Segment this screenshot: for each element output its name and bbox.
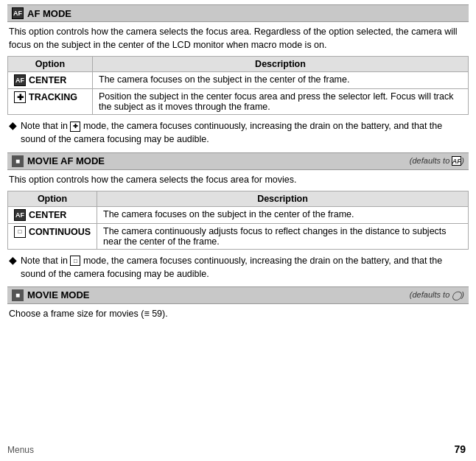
af-mode-title: AF MODE (27, 8, 71, 19)
movie-mode-description: Choose a frame size for movies (≡ 59). (7, 307, 469, 320)
movie-mode-defaults: (defaults to ◯) (410, 290, 464, 300)
af-note-inline-icon: ✚ (70, 122, 80, 132)
af-mode-header: AF AF MODE (7, 4, 469, 22)
af-mode-icon: AF (12, 7, 24, 19)
af-tracking-icon: ✚ (14, 91, 26, 103)
af-table-col2: Description (93, 57, 469, 72)
movie-af-col2: Description (97, 191, 469, 206)
movie-af-note: ◆ Note that in □ mode, the camera focuse… (7, 254, 469, 281)
movie-af-description: This option controls how the camera sele… (7, 173, 469, 186)
footer-label: Menus (7, 445, 34, 455)
note-diamond-icon: ◆ (9, 119, 17, 132)
movie-mode-icon: ■ (12, 289, 24, 301)
af-mode-note: ◆ Note that in ✚ mode, the camera focuse… (7, 119, 469, 146)
af-center-icon: AF (14, 74, 26, 86)
movie-af-col1: Option (8, 191, 97, 206)
af-table-col1: Option (8, 57, 93, 72)
page-content: AF AF MODE This option controls how the … (0, 0, 476, 347)
af-tracking-label: TRACKING (29, 92, 77, 102)
af-center-label: CENTER (29, 75, 66, 85)
movie-continuous-option: □ CONTINUOUS (8, 223, 97, 249)
movie-af-mode-title: MOVIE AF MODE (27, 155, 105, 166)
af-mode-description: This option controls how the camera sele… (7, 25, 469, 52)
movie-continuous-label: CONTINUOUS (29, 227, 91, 237)
movie-af-note-text: Note that in □ mode, the camera focuses … (21, 254, 467, 281)
movie-af-mode-icon: ■ (12, 155, 24, 167)
movie-af-default-icon: AF (452, 156, 461, 166)
note-diamond2-icon: ◆ (9, 254, 17, 267)
af-tracking-desc: Position the subject in the center focus… (93, 89, 469, 115)
af-mode-header-left: AF AF MODE (12, 7, 71, 19)
movie-center-desc: The camera focuses on the subject in the… (97, 206, 469, 223)
movie-mode-default-icon: ◯ (452, 290, 461, 300)
af-mode-section: AF AF MODE This option controls how the … (7, 4, 469, 147)
movie-af-defaults: (defaults to AF) (410, 156, 464, 166)
af-mode-table: Option Description AF CENTER The camera … (7, 56, 469, 115)
movie-mode-header: ■ MOVIE MODE (defaults to ◯) (7, 286, 469, 304)
movie-mode-header-left: ■ MOVIE MODE (12, 289, 90, 301)
footer-page: 79 (454, 443, 466, 455)
movie-center-icon: AF (14, 209, 26, 221)
af-note-text: Note that in ✚ mode, the camera focuses … (21, 119, 467, 146)
movie-continuous-icon: □ (14, 226, 26, 238)
table-row: AF CENTER The camera focuses on the subj… (8, 72, 469, 89)
movie-af-mode-section: ■ MOVIE AF MODE (defaults to AF) This op… (7, 152, 469, 281)
movie-af-mode-header: ■ MOVIE AF MODE (defaults to AF) (7, 152, 469, 170)
movie-af-header-left: ■ MOVIE AF MODE (12, 155, 105, 167)
movie-note-inline-icon: □ (70, 256, 80, 266)
table-row: ✚ TRACKING Position the subject in the c… (8, 89, 469, 115)
movie-mode-section: ■ MOVIE MODE (defaults to ◯) Choose a fr… (7, 286, 469, 320)
af-tracking-option: ✚ TRACKING (8, 89, 93, 115)
movie-center-label: CENTER (29, 210, 66, 220)
movie-af-table: Option Description AF CENTER The camera … (7, 191, 469, 250)
movie-mode-title: MOVIE MODE (27, 289, 90, 300)
movie-continuous-desc: The camera continuously adjusts focus to… (97, 223, 469, 249)
table-row: □ CONTINUOUS The camera continuously adj… (8, 223, 469, 249)
af-center-option: AF CENTER (8, 72, 93, 89)
movie-center-option: AF CENTER (8, 206, 97, 223)
table-row: AF CENTER The camera focuses on the subj… (8, 206, 469, 223)
af-center-desc: The camera focuses on the subject in the… (93, 72, 469, 89)
